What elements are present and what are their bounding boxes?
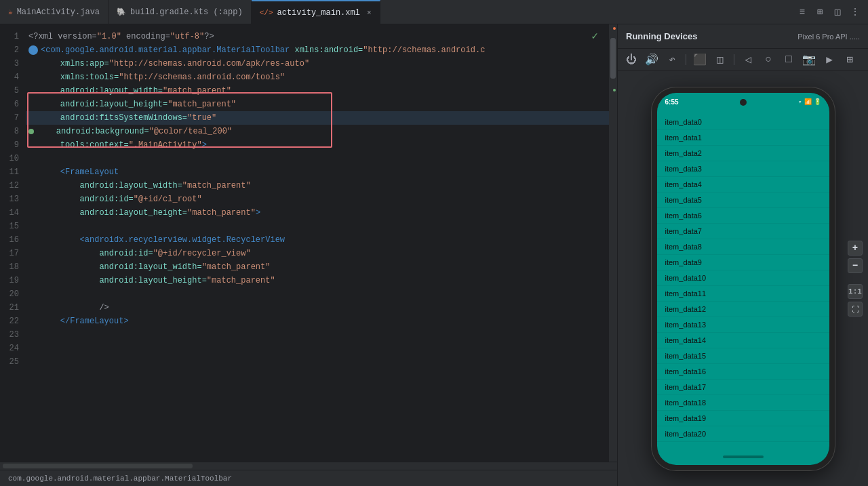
code-line-9: tools:context=".MainActivity"> bbox=[26, 138, 609, 152]
list-item: item_data5 bbox=[657, 193, 829, 208]
code-line-18: android:layout_width="match_parent" bbox=[26, 260, 609, 274]
back-btn[interactable]: ◁ bbox=[740, 52, 756, 68]
list-item: item_data13 bbox=[657, 317, 829, 333]
phone-status-icons: ▿ 📶 🔋 bbox=[798, 98, 821, 106]
zoom-ratio-button[interactable]: 1:1 bbox=[848, 284, 863, 299]
code-line-1: <?xml version="1.0" encoding="utf-8"?> bbox=[26, 30, 609, 43]
tab-xml-label: activity_main.xml bbox=[277, 8, 360, 18]
code-line-12: android:layout_width="match_parent" bbox=[26, 179, 609, 193]
editor-more-icon[interactable]: ⋮ bbox=[848, 5, 863, 20]
phone-nav-bar bbox=[657, 449, 829, 465]
list-item: item_data14 bbox=[657, 333, 829, 348]
list-item: item_data6 bbox=[657, 208, 829, 224]
editor-split-icon[interactable]: ◫ bbox=[830, 5, 845, 20]
more-options-btn[interactable]: ⊞ bbox=[842, 52, 858, 68]
status-bar: com.google.android.material.appbar.Mater… bbox=[0, 470, 617, 486]
scrollbar[interactable] bbox=[609, 24, 617, 462]
running-devices-panel: Running Devices Pixel 6 Pro API ..... ⏻ … bbox=[617, 24, 868, 486]
xml-icon: </> bbox=[260, 9, 273, 17]
tab-close-icon[interactable]: × bbox=[367, 9, 372, 17]
code-line-20 bbox=[26, 287, 609, 301]
main-area: 12345 678910 1112131415 1617181920 21222… bbox=[0, 24, 868, 486]
phone-mockup: 6:55 ▿ 📶 🔋 item_data0 item_data1 item_da… bbox=[652, 87, 835, 470]
device-name-label: Pixel 6 Pro API ..... bbox=[797, 33, 860, 41]
code-line-7: android:fitsSystemWindows="true" bbox=[26, 111, 609, 125]
list-item: item_data2 bbox=[657, 146, 829, 161]
phone-list: item_data0 item_data1 item_data2 item_da… bbox=[657, 112, 829, 445]
tab-mainactivity[interactable]: ☕ MainActivity.java bbox=[0, 0, 108, 24]
phone-nav-indicator bbox=[723, 455, 764, 458]
code-line-15 bbox=[26, 220, 609, 233]
code-line-6: android:layout_height="match_parent" bbox=[26, 98, 609, 111]
tab-xml[interactable]: </> activity_main.xml × bbox=[252, 0, 380, 24]
home-btn[interactable]: ○ bbox=[760, 52, 776, 68]
phone-screen[interactable]: item_data0 item_data1 item_data2 item_da… bbox=[657, 112, 829, 449]
tab-bar: ☕ MainActivity.java 🐘 build.gradle.kts (… bbox=[0, 0, 868, 24]
code-line-19: android:layout_height="match_parent" bbox=[26, 274, 609, 287]
list-item: item_data19 bbox=[657, 411, 829, 426]
separator-2 bbox=[734, 54, 734, 65]
list-item: item_data18 bbox=[657, 395, 829, 411]
list-item: item_data11 bbox=[657, 286, 829, 302]
rotate-left-btn[interactable]: ↶ bbox=[664, 52, 680, 68]
panel-toolbar: ⏻ 🔊 ↶ ⬛ ◫ ◁ ○ □ 📷 ▶ ⊞ bbox=[618, 49, 868, 71]
code-line-10 bbox=[26, 152, 609, 165]
list-item: item_data17 bbox=[657, 380, 829, 395]
code-line-3: xmlns:app="http://schemas.android.com/ap… bbox=[26, 57, 609, 70]
arrow-right-btn[interactable]: ▶ bbox=[821, 52, 837, 68]
panel-header: Running Devices Pixel 6 Pro API ..... bbox=[618, 24, 868, 49]
separator-1 bbox=[686, 54, 686, 65]
code-container[interactable]: 12345 678910 1112131415 1617181920 21222… bbox=[0, 24, 617, 462]
running-devices-title: Running Devices bbox=[626, 31, 697, 41]
list-item: item_data9 bbox=[657, 255, 829, 270]
code-content[interactable]: ✓ <?xml version="1.0" encoding="utf-8"?>… bbox=[26, 24, 609, 462]
tab-gradle[interactable]: 🐘 build.gradle.kts (:app) bbox=[108, 0, 252, 24]
phone-time: 6:55 bbox=[665, 98, 679, 106]
gradle-icon: 🐘 bbox=[117, 7, 126, 16]
recents-btn[interactable]: □ bbox=[781, 52, 797, 68]
tab-mainactivity-label: MainActivity.java bbox=[17, 7, 100, 17]
code-line-11: <FrameLayout bbox=[26, 165, 609, 179]
list-item: item_data12 bbox=[657, 302, 829, 317]
code-line-23 bbox=[26, 328, 609, 342]
phone-camera bbox=[740, 99, 747, 106]
split-btn[interactable]: ◫ bbox=[712, 52, 728, 68]
list-item: item_data8 bbox=[657, 239, 829, 255]
code-line-24 bbox=[26, 342, 609, 355]
list-item: item_data15 bbox=[657, 348, 829, 364]
code-line-2: <com.google.android.material.appbar.Mate… bbox=[26, 43, 609, 57]
editor-layout-icon[interactable]: ⊞ bbox=[812, 5, 827, 20]
code-line-25 bbox=[26, 355, 609, 369]
status-text: com.google.android.material.appbar.Mater… bbox=[8, 474, 232, 483]
horizontal-scrollbar[interactable] bbox=[0, 462, 617, 470]
editor-area: 12345 678910 1112131415 1617181920 21222… bbox=[0, 24, 617, 486]
tab-gradle-label: build.gradle.kts (:app) bbox=[130, 7, 243, 17]
zoom-in-button[interactable]: + bbox=[848, 241, 863, 256]
zoom-out-button[interactable]: − bbox=[848, 258, 863, 273]
list-item: item_data4 bbox=[657, 177, 829, 193]
code-line-13: android:id="@+id/cl_root" bbox=[26, 193, 609, 206]
zoom-controls: + − 1:1 ⛶ bbox=[848, 241, 863, 317]
list-item: item_data16 bbox=[657, 364, 829, 380]
phone-mockup-area: 6:55 ▿ 📶 🔋 item_data0 item_data1 item_da… bbox=[618, 71, 868, 486]
code-line-16: <androidx.recyclerview.widget.RecyclerVi… bbox=[26, 233, 609, 247]
code-line-8: android:background="@color/teal_200" bbox=[26, 125, 609, 138]
scrollbar-thumb[interactable] bbox=[610, 38, 616, 79]
code-line-22: </FrameLayout> bbox=[26, 315, 609, 328]
line-numbers: 12345 678910 1112131415 1617181920 21222… bbox=[0, 24, 26, 462]
power-btn[interactable]: ⏻ bbox=[623, 52, 639, 68]
camera-btn[interactable]: 📷 bbox=[801, 52, 817, 68]
code-line-5: android:layout_width="match_parent" bbox=[26, 84, 609, 98]
phone-status-bar: 6:55 ▿ 📶 🔋 bbox=[657, 93, 829, 112]
volume-btn[interactable]: 🔊 bbox=[644, 52, 660, 68]
list-item: item_data20 bbox=[657, 426, 829, 442]
fullscreen-button[interactable]: ⛶ bbox=[848, 302, 863, 317]
layout-btn[interactable]: ⬛ bbox=[692, 52, 708, 68]
list-item: item_data10 bbox=[657, 270, 829, 286]
code-line-14: android:layout_height="match_parent"> bbox=[26, 206, 609, 220]
java-icon: ☕ bbox=[8, 7, 13, 16]
list-item: item_data1 bbox=[657, 130, 829, 146]
list-item: item_data0 bbox=[657, 115, 829, 130]
code-line-4: xmlns:tools="http://schemas.android.com/… bbox=[26, 70, 609, 84]
editor-menu-icon[interactable]: ≡ bbox=[795, 5, 810, 20]
